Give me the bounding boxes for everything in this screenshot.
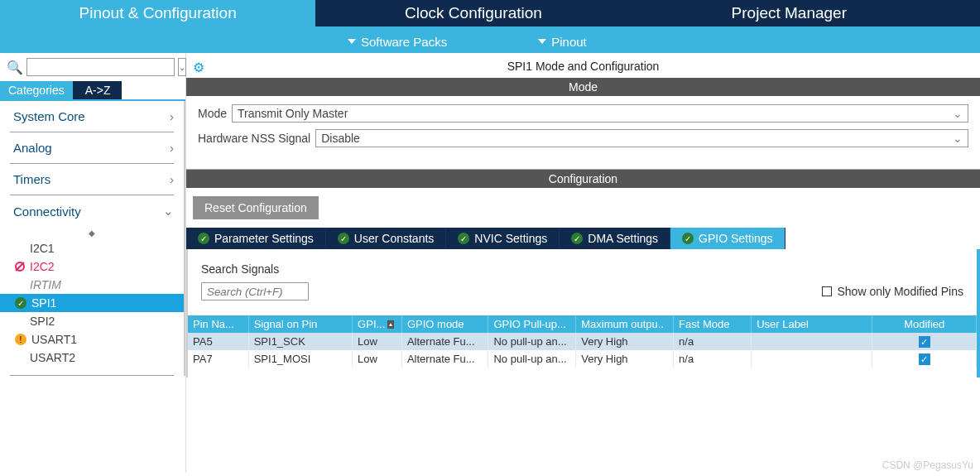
panel-title: SPI1 Mode and Configuration — [186, 53, 980, 78]
nss-label: Hardware NSS Signal — [198, 132, 315, 145]
col-user-label[interactable]: User Label — [752, 315, 872, 333]
chevron-right-icon: › — [170, 109, 174, 123]
group-connectivity[interactable]: Connectivity⌄ — [0, 195, 184, 227]
sidebar-item-label: SPI2 — [30, 315, 55, 328]
sidebar-item-label: USART2 — [30, 351, 75, 364]
col-signal[interactable]: Signal on Pin — [248, 315, 352, 333]
expand-handle-icon[interactable]: ◆ — [0, 227, 184, 239]
ok-icon: ✓ — [338, 233, 349, 244]
tab-gpio-settings-label: GPIO Settings — [699, 232, 772, 245]
sidebar-search-dropdown[interactable]: ⌄ — [178, 58, 186, 76]
tab-dma-settings[interactable]: ✓DMA Settings — [560, 228, 670, 249]
ribbon-software-packs[interactable]: Software Packs — [348, 35, 447, 49]
sidebar-item-spi2[interactable]: SPI2 — [0, 312, 184, 330]
error-icon — [15, 262, 25, 272]
table-row[interactable]: PA7 SPI1_MOSI Low Alternate Fu... No pul… — [188, 350, 977, 368]
sidebar-item-i2c1[interactable]: I2C1 — [0, 239, 184, 257]
tab-clock-config[interactable]: Clock Configuration — [315, 0, 631, 26]
ok-icon: ✓ — [458, 233, 469, 244]
cell-max: Very High — [576, 350, 674, 368]
mode-select-value: Transmit Only Master — [238, 107, 348, 120]
tab-az[interactable]: A->Z — [74, 81, 122, 99]
cell-fast: n/a — [674, 333, 752, 350]
sort-icon: ▴ — [387, 320, 394, 329]
cell-fast: n/a — [674, 350, 752, 368]
nss-select-value: Disable — [321, 132, 360, 145]
ribbon-pinout[interactable]: Pinout — [538, 35, 587, 49]
tab-parameter-settings[interactable]: ✓Parameter Settings — [186, 228, 326, 249]
gpio-table: Pin Na... Signal on Pin GPI...▴ GPIO mod… — [188, 315, 977, 368]
cell-user — [752, 350, 872, 368]
group-timers[interactable]: Timers› — [0, 164, 184, 195]
checked-icon[interactable]: ✓ — [919, 336, 930, 348]
checked-icon[interactable]: ✓ — [919, 353, 930, 365]
cell-gpio-mode: Alternate Fu... — [401, 350, 488, 368]
sidebar: 🔍 ⌄ ⚙ Categories A->Z System Core› Analo… — [0, 53, 186, 473]
sidebar-search-input[interactable] — [26, 58, 175, 76]
cell-max: Very High — [576, 333, 674, 350]
search-signals-label: Search Signals — [188, 249, 977, 279]
group-analog[interactable]: Analog› — [0, 132, 184, 163]
tab-user-constants[interactable]: ✓User Constants — [326, 228, 446, 249]
col-gpio-pull[interactable]: GPIO Pull-up... — [488, 315, 576, 333]
table-row[interactable]: PA5 SPI1_SCK Low Alternate Fu... No pull… — [188, 333, 977, 350]
tab-dma-settings-label: DMA Settings — [588, 232, 658, 245]
sidebar-item-usart1[interactable]: !USART1 — [0, 330, 184, 349]
group-timers-label: Timers — [13, 172, 50, 186]
tab-gpio-settings[interactable]: ✓GPIO Settings — [670, 228, 785, 249]
chevron-down-icon: ⌄ — [163, 204, 174, 219]
group-system-core-label: System Core — [13, 109, 85, 123]
chevron-right-icon: › — [170, 172, 174, 186]
col-fast-mode[interactable]: Fast Mode — [674, 315, 752, 333]
main-tabs: Pinout & Configuration Clock Configurati… — [0, 0, 980, 30]
tab-project-manager[interactable]: Project Manager — [632, 0, 947, 26]
configuration-header: Configuration — [186, 170, 980, 188]
group-analog-label: Analog — [13, 141, 52, 155]
chevron-down-icon: ⌄ — [953, 132, 963, 145]
col-pin-name[interactable]: Pin Na... — [188, 315, 248, 333]
cell-signal: SPI1_MOSI — [248, 350, 352, 368]
cell-gpio-out: Low — [353, 333, 402, 350]
sidebar-item-label: I2C1 — [30, 242, 55, 255]
mode-label: Mode — [198, 107, 232, 120]
tab-project-manager-label: Project Manager — [732, 4, 847, 22]
col-modified[interactable]: Modified — [872, 315, 977, 333]
ok-icon: ✓ — [571, 233, 583, 244]
search-signals-input[interactable] — [201, 282, 309, 301]
cfg-tabs: ✓Parameter Settings ✓User Constants ✓NVI… — [186, 228, 980, 249]
ribbon-pinout-label: Pinout — [551, 35, 587, 49]
cell-modified: ✓ — [872, 350, 977, 368]
sidebar-item-i2c2[interactable]: I2C2 — [0, 257, 184, 276]
sidebar-item-spi1[interactable]: ✓SPI1 — [0, 294, 184, 312]
tab-pinout-config[interactable]: Pinout & Configuration — [0, 0, 315, 26]
reset-configuration-button[interactable]: Reset Configuration — [193, 196, 319, 219]
tab-pinout-config-label: Pinout & Configuration — [79, 4, 237, 22]
show-modified-checkbox[interactable]: Show only Modified Pins — [822, 285, 963, 298]
nss-select[interactable]: Disable⌄ — [315, 129, 968, 147]
tab-categories[interactable]: Categories — [0, 81, 74, 99]
tab-nvic-settings-label: NVIC Settings — [474, 232, 547, 245]
cell-pull: No pull-up an... — [488, 333, 576, 350]
cell-gpio-mode: Alternate Fu... — [401, 333, 488, 350]
tab-nvic-settings[interactable]: ✓NVIC Settings — [446, 228, 560, 249]
sidebar-item-label: IRTIM — [30, 278, 61, 291]
sidebar-item-label: USART1 — [31, 333, 77, 346]
search-icon[interactable]: 🔍 — [7, 60, 23, 75]
show-modified-label: Show only Modified Pins — [837, 285, 963, 298]
sidebar-view-tabs: Categories A->Z — [0, 81, 185, 99]
cell-pin: PA7 — [188, 350, 248, 368]
sidebar-item-irtim[interactable]: IRTIM — [0, 276, 184, 294]
ribbon-software-packs-label: Software Packs — [361, 35, 447, 49]
col-max-output[interactable]: Maximum outpu.. — [576, 315, 674, 333]
gpio-table-header-row: Pin Na... Signal on Pin GPI...▴ GPIO mod… — [188, 315, 977, 333]
warn-icon: ! — [15, 334, 26, 345]
chevron-down-icon — [348, 39, 356, 44]
cell-signal: SPI1_SCK — [248, 333, 352, 350]
ok-icon: ✓ — [682, 233, 694, 244]
col-gpio-output[interactable]: GPI...▴ — [353, 315, 402, 333]
col-gpio-mode[interactable]: GPIO mode — [401, 315, 488, 333]
cell-pull: No pull-up an... — [488, 350, 576, 368]
sidebar-item-usart2[interactable]: USART2 — [0, 349, 184, 367]
mode-select[interactable]: Transmit Only Master⌄ — [232, 104, 968, 123]
group-system-core[interactable]: System Core› — [0, 101, 184, 132]
